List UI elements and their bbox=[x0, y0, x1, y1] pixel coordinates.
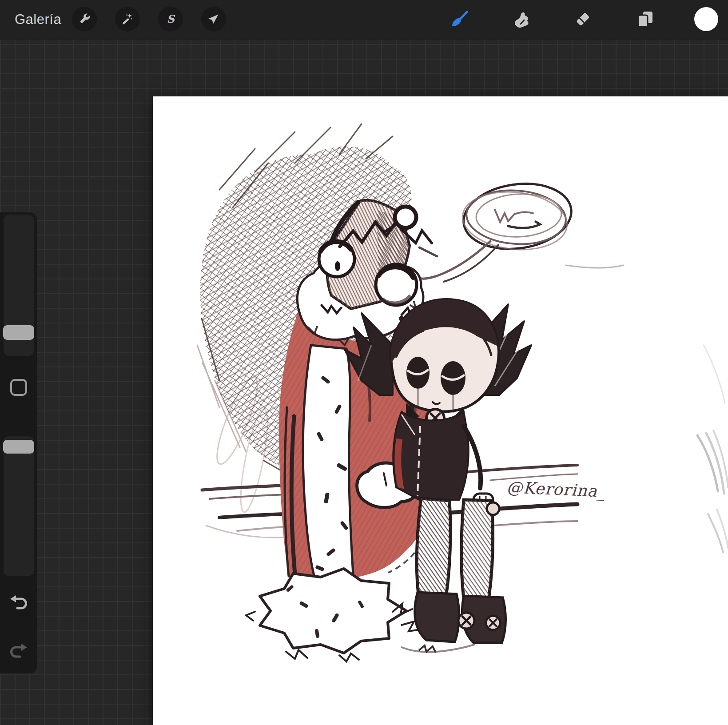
redo-arrow-icon bbox=[8, 642, 29, 661]
actions-button[interactable] bbox=[72, 7, 97, 32]
brush-size-slider-handle[interactable] bbox=[3, 325, 34, 340]
modify-button[interactable] bbox=[10, 379, 27, 396]
selection-s-icon: S bbox=[164, 12, 177, 26]
artwork-sketch: @Kerorina_ bbox=[153, 96, 728, 725]
layers-button[interactable] bbox=[633, 7, 657, 32]
brush-sidebar bbox=[0, 212, 37, 673]
speech-bubble bbox=[419, 177, 624, 282]
gallery-button[interactable]: Galería bbox=[15, 0, 61, 39]
selection-button[interactable]: S bbox=[158, 7, 183, 32]
undo-button[interactable] bbox=[8, 594, 29, 612]
transform-button[interactable] bbox=[201, 7, 226, 32]
redo-button[interactable] bbox=[8, 642, 29, 661]
artist-signature: @Kerorina_ bbox=[506, 478, 606, 501]
undo-arrow-icon bbox=[8, 594, 29, 612]
opacity-slider-handle[interactable] bbox=[3, 440, 34, 454]
color-swatch-circle[interactable] bbox=[694, 7, 718, 31]
paintbrush-icon bbox=[448, 9, 469, 29]
svg-text:S: S bbox=[167, 13, 175, 25]
drawing-canvas[interactable]: @Kerorina_ bbox=[153, 96, 728, 725]
top-toolbar: Galería S bbox=[0, 0, 728, 40]
paint-tool-button[interactable] bbox=[446, 7, 471, 32]
layers-icon bbox=[635, 9, 655, 29]
transform-arrow-icon bbox=[207, 12, 220, 26]
smudge-tool-button[interactable] bbox=[508, 7, 533, 32]
erase-tool-button[interactable] bbox=[570, 7, 595, 32]
magic-wand-icon bbox=[121, 12, 134, 26]
eraser-icon bbox=[573, 9, 593, 29]
adjustments-button[interactable] bbox=[115, 7, 140, 32]
opacity-slider[interactable] bbox=[4, 436, 34, 576]
wrench-icon bbox=[78, 12, 91, 26]
right-edge-sketch-strokes bbox=[697, 345, 728, 552]
smudge-icon bbox=[511, 9, 530, 29]
